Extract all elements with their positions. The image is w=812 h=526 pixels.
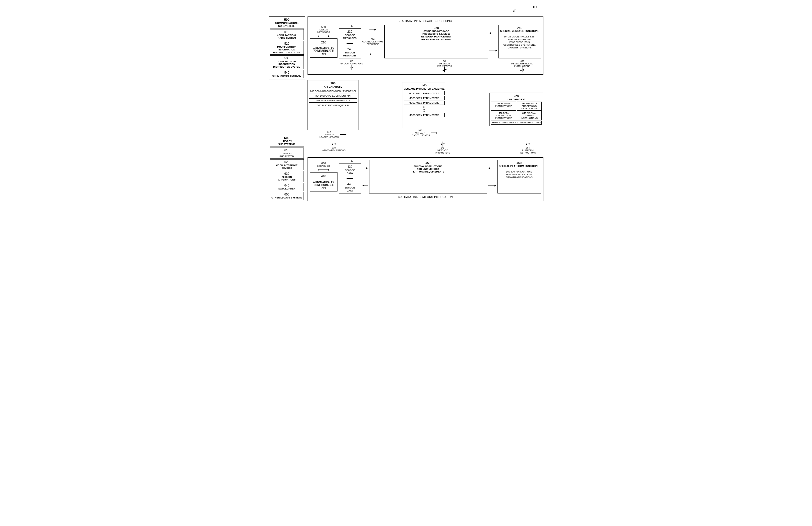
sidebar-item-540: 540 OTHER COMM. SYSTEMS	[270, 70, 304, 78]
special-message-box: 260 SPECIAL MESSAGE FUNCTIONS DATA FUSIO…	[498, 25, 541, 58]
umi-354: 354 MESSAGEPROCESSINGINSTRUCTIONS	[517, 102, 542, 111]
umi-grid: 352 ROUTINGINSTRUCTIONS 354 MESSAGEPROCE…	[491, 102, 542, 125]
link16-label: 550LINK-16MESSAGES	[317, 26, 330, 33]
arrow-left-link16: ◀	[318, 35, 319, 37]
top-section-title: 200 DATA LINK MESSAGE PROCESSING	[310, 19, 541, 23]
api-item-306: 306 MISSION EQUIPMENT API	[309, 98, 357, 103]
dots: OO	[404, 105, 445, 112]
msgn-params: MESSAGE n PARAMETERS	[404, 113, 445, 117]
msg1-params: MESSAGE 1 PARAMETERS	[404, 91, 445, 96]
arrow-ref: ↙	[512, 7, 517, 13]
sidebar-item-520: 520 MULTIFUNCTIONINFORMATIONDISTRIBUTION…	[270, 41, 304, 55]
mpdb-box: 340 MESSAGE PARAMETER DATABASE MESSAGE 1…	[402, 82, 446, 128]
api-db-box: 300 API DATABASE 302 COMMUNICATIONS EQUI…	[307, 80, 359, 130]
sidebar-item-640: 640 DATA LOADER	[270, 183, 304, 191]
legacy-subsystems-group: 600 LEGACYSUBSYSTEMS 610 DISPLAYSUBSYSTE…	[269, 135, 305, 201]
bottom-section-title: 400 DATA LINK PLATFORM INTEGRATION	[310, 195, 541, 199]
umi-360: 360 PLATFORM APPLICATION INSTRUCTIONS	[491, 120, 542, 125]
encode-messages-box: 240 ENCODEMESSAGES	[339, 46, 361, 58]
decode-messages-box: 230 DECODEMESSAGES	[339, 28, 361, 41]
encode-data-box: 440 ENCODEDATA	[339, 181, 361, 193]
left-sidebar: 500 COMMUNICATIONSSUBSYSTEMS 510 JOINT T…	[269, 16, 305, 201]
sidebar-item-530: 530 JOINT TACTICALINFORMATIONDISTRIBUTIO…	[270, 55, 304, 69]
sidebar-item-650: 650 OTHER LEGACY SYSTEMS	[270, 192, 304, 200]
msg3-params: MESSAGE 3 PARAMETERS	[404, 101, 445, 105]
api-item-302: 302 COMMUNICATIONS EQUIPMENT API	[309, 89, 357, 93]
umi-356: 356 DATA COLLECTIONINSTRUCTIONS	[491, 111, 516, 120]
sidebar-item-510: 510 JOINT TACTICALRADIO SYSTEM	[270, 29, 304, 40]
umi-db-box: 350 UMI DATABASE 352 ROUTINGINSTRUCTIONS…	[490, 93, 543, 126]
arrow-right-link16: ▶	[328, 35, 330, 37]
sidebar-item-630: 630 MISSIONAPPLICATIONS	[270, 171, 304, 182]
rules-box: 450 RULES & INSTRUCTIONSFOR UNIQUE HOSTP…	[369, 160, 487, 193]
sidebar-item-620: 620 CREW INTERFACEDEVICES	[270, 159, 304, 170]
sidebar-item-610: 610 DISPLAYSUBSYSTEM	[270, 148, 304, 159]
diagram-wrapper: ↙ 100 500 COMMUNICATIONSSUBSYSTEMS 510 J…	[269, 5, 543, 201]
comm-group-title: 500 COMMUNICATIONSSUBSYSTEMS	[270, 18, 304, 28]
comm-subsystems-group: 500 COMMUNICATIONSSUBSYSTEMS 510 JOINT T…	[269, 16, 305, 79]
api-item-304: 304 DISPLAYS EQUIPMENT API	[309, 93, 357, 98]
special-platform-box: 460 SPECIAL PLATFORM FUNCTIONS DISPLAY A…	[497, 160, 541, 193]
top-section: 200 DATA LINK MESSAGE PROCESSING 550LINK…	[307, 16, 543, 75]
ref-number: 100	[533, 5, 538, 9]
legacy-group-title: 600 LEGACYSUBSYSTEMS	[270, 136, 304, 147]
umi-352: 352 ROUTINGINSTRUCTIONS	[491, 102, 516, 111]
decode-data-box: 430 DECODEDATA	[339, 163, 361, 176]
msg2-params: MESSAGE 2 PARAMETERS	[404, 96, 445, 100]
auto-api-top-box: 210 AUTOMATICALLYCONFIGURABLEAPI	[310, 39, 337, 58]
legacy-io-label: 660LEGACY I/O	[317, 162, 330, 167]
smp-box: 250 STANDARD MESSAGEPROCESSING & LINK-16…	[385, 25, 488, 58]
main-content: 200 DATA LINK MESSAGE PROCESSING 550LINK…	[307, 16, 543, 201]
api-item-308: 308 PLATFORM UNIQUE API	[309, 103, 357, 107]
middle-db-row: 300 API DATABASE 302 COMMUNICATIONS EQUI…	[307, 80, 543, 138]
bottom-section: 660LEGACY I/O ◀ ▶ 410 AUTOMATICALLYCONFI…	[307, 157, 543, 201]
main-layout: 500 COMMUNICATIONSSUBSYSTEMS 510 JOINT T…	[269, 16, 543, 201]
auto-api-bottom-box: 410 AUTOMATICALLYCONFIGURABLEAPI	[310, 172, 337, 191]
umi-358: 358 DISPLAY FORMATINSTRUCTIONS	[517, 111, 542, 120]
